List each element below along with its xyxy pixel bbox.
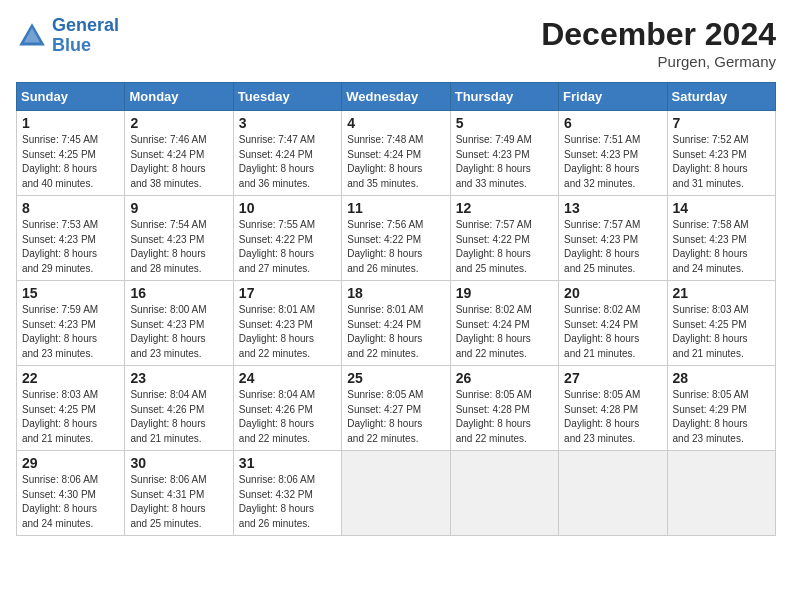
day-info: Sunrise: 8:02 AMSunset: 4:24 PMDaylight:… [456,303,553,361]
day-cell: 20Sunrise: 8:02 AMSunset: 4:24 PMDayligh… [559,281,667,366]
day-number: 23 [130,370,227,386]
day-info: Sunrise: 7:49 AMSunset: 4:23 PMDaylight:… [456,133,553,191]
day-number: 16 [130,285,227,301]
day-cell: 16Sunrise: 8:00 AMSunset: 4:23 PMDayligh… [125,281,233,366]
day-cell: 25Sunrise: 8:05 AMSunset: 4:27 PMDayligh… [342,366,450,451]
logo-icon [16,20,48,52]
title-block: December 2024 Purgen, Germany [541,16,776,70]
day-info: Sunrise: 8:03 AMSunset: 4:25 PMDaylight:… [673,303,770,361]
week-row-2: 8Sunrise: 7:53 AMSunset: 4:23 PMDaylight… [17,196,776,281]
day-number: 9 [130,200,227,216]
day-number: 31 [239,455,336,471]
calendar-table: SundayMondayTuesdayWednesdayThursdayFrid… [16,82,776,536]
day-info: Sunrise: 8:00 AMSunset: 4:23 PMDaylight:… [130,303,227,361]
week-row-1: 1Sunrise: 7:45 AMSunset: 4:25 PMDaylight… [17,111,776,196]
weekday-monday: Monday [125,83,233,111]
day-cell: 15Sunrise: 7:59 AMSunset: 4:23 PMDayligh… [17,281,125,366]
day-info: Sunrise: 8:01 AMSunset: 4:24 PMDaylight:… [347,303,444,361]
day-cell [559,451,667,536]
day-info: Sunrise: 8:04 AMSunset: 4:26 PMDaylight:… [239,388,336,446]
location: Purgen, Germany [541,53,776,70]
week-row-3: 15Sunrise: 7:59 AMSunset: 4:23 PMDayligh… [17,281,776,366]
day-cell: 24Sunrise: 8:04 AMSunset: 4:26 PMDayligh… [233,366,341,451]
day-info: Sunrise: 8:03 AMSunset: 4:25 PMDaylight:… [22,388,119,446]
day-cell: 5Sunrise: 7:49 AMSunset: 4:23 PMDaylight… [450,111,558,196]
day-cell: 23Sunrise: 8:04 AMSunset: 4:26 PMDayligh… [125,366,233,451]
weekday-sunday: Sunday [17,83,125,111]
weekday-friday: Friday [559,83,667,111]
day-info: Sunrise: 8:02 AMSunset: 4:24 PMDaylight:… [564,303,661,361]
day-cell [342,451,450,536]
day-info: Sunrise: 8:04 AMSunset: 4:26 PMDaylight:… [130,388,227,446]
day-info: Sunrise: 8:06 AMSunset: 4:30 PMDaylight:… [22,473,119,531]
day-cell [450,451,558,536]
day-info: Sunrise: 8:01 AMSunset: 4:23 PMDaylight:… [239,303,336,361]
day-info: Sunrise: 7:54 AMSunset: 4:23 PMDaylight:… [130,218,227,276]
day-cell: 21Sunrise: 8:03 AMSunset: 4:25 PMDayligh… [667,281,775,366]
day-number: 2 [130,115,227,131]
day-cell: 8Sunrise: 7:53 AMSunset: 4:23 PMDaylight… [17,196,125,281]
day-cell: 30Sunrise: 8:06 AMSunset: 4:31 PMDayligh… [125,451,233,536]
day-number: 21 [673,285,770,301]
logo-line1: General [52,15,119,35]
day-cell: 31Sunrise: 8:06 AMSunset: 4:32 PMDayligh… [233,451,341,536]
day-number: 19 [456,285,553,301]
logo-text: General Blue [52,16,119,56]
day-info: Sunrise: 7:48 AMSunset: 4:24 PMDaylight:… [347,133,444,191]
day-number: 24 [239,370,336,386]
day-number: 1 [22,115,119,131]
day-cell: 10Sunrise: 7:55 AMSunset: 4:22 PMDayligh… [233,196,341,281]
day-cell: 4Sunrise: 7:48 AMSunset: 4:24 PMDaylight… [342,111,450,196]
day-info: Sunrise: 8:05 AMSunset: 4:28 PMDaylight:… [456,388,553,446]
weekday-header-row: SundayMondayTuesdayWednesdayThursdayFrid… [17,83,776,111]
week-row-4: 22Sunrise: 8:03 AMSunset: 4:25 PMDayligh… [17,366,776,451]
day-info: Sunrise: 7:47 AMSunset: 4:24 PMDaylight:… [239,133,336,191]
page-header: General Blue December 2024 Purgen, Germa… [16,16,776,70]
day-cell: 17Sunrise: 8:01 AMSunset: 4:23 PMDayligh… [233,281,341,366]
weekday-thursday: Thursday [450,83,558,111]
day-info: Sunrise: 7:45 AMSunset: 4:25 PMDaylight:… [22,133,119,191]
day-cell: 27Sunrise: 8:05 AMSunset: 4:28 PMDayligh… [559,366,667,451]
day-number: 11 [347,200,444,216]
day-number: 28 [673,370,770,386]
weekday-saturday: Saturday [667,83,775,111]
weekday-wednesday: Wednesday [342,83,450,111]
day-info: Sunrise: 7:59 AMSunset: 4:23 PMDaylight:… [22,303,119,361]
day-info: Sunrise: 7:53 AMSunset: 4:23 PMDaylight:… [22,218,119,276]
day-number: 4 [347,115,444,131]
day-cell: 13Sunrise: 7:57 AMSunset: 4:23 PMDayligh… [559,196,667,281]
day-cell: 2Sunrise: 7:46 AMSunset: 4:24 PMDaylight… [125,111,233,196]
day-info: Sunrise: 8:05 AMSunset: 4:28 PMDaylight:… [564,388,661,446]
day-cell: 22Sunrise: 8:03 AMSunset: 4:25 PMDayligh… [17,366,125,451]
day-cell: 19Sunrise: 8:02 AMSunset: 4:24 PMDayligh… [450,281,558,366]
day-number: 14 [673,200,770,216]
day-number: 12 [456,200,553,216]
day-cell: 9Sunrise: 7:54 AMSunset: 4:23 PMDaylight… [125,196,233,281]
day-info: Sunrise: 7:58 AMSunset: 4:23 PMDaylight:… [673,218,770,276]
day-number: 3 [239,115,336,131]
day-number: 27 [564,370,661,386]
day-info: Sunrise: 7:52 AMSunset: 4:23 PMDaylight:… [673,133,770,191]
day-cell: 26Sunrise: 8:05 AMSunset: 4:28 PMDayligh… [450,366,558,451]
day-number: 29 [22,455,119,471]
day-number: 17 [239,285,336,301]
day-info: Sunrise: 8:06 AMSunset: 4:32 PMDaylight:… [239,473,336,531]
day-number: 8 [22,200,119,216]
day-info: Sunrise: 7:46 AMSunset: 4:24 PMDaylight:… [130,133,227,191]
day-number: 25 [347,370,444,386]
day-cell: 18Sunrise: 8:01 AMSunset: 4:24 PMDayligh… [342,281,450,366]
logo: General Blue [16,16,119,56]
day-number: 6 [564,115,661,131]
day-cell: 11Sunrise: 7:56 AMSunset: 4:22 PMDayligh… [342,196,450,281]
day-cell: 1Sunrise: 7:45 AMSunset: 4:25 PMDaylight… [17,111,125,196]
day-number: 5 [456,115,553,131]
day-number: 26 [456,370,553,386]
week-row-5: 29Sunrise: 8:06 AMSunset: 4:30 PMDayligh… [17,451,776,536]
day-number: 10 [239,200,336,216]
day-info: Sunrise: 7:56 AMSunset: 4:22 PMDaylight:… [347,218,444,276]
calendar-body: 1Sunrise: 7:45 AMSunset: 4:25 PMDaylight… [17,111,776,536]
logo-line2: Blue [52,35,91,55]
day-number: 30 [130,455,227,471]
day-number: 13 [564,200,661,216]
day-info: Sunrise: 7:55 AMSunset: 4:22 PMDaylight:… [239,218,336,276]
